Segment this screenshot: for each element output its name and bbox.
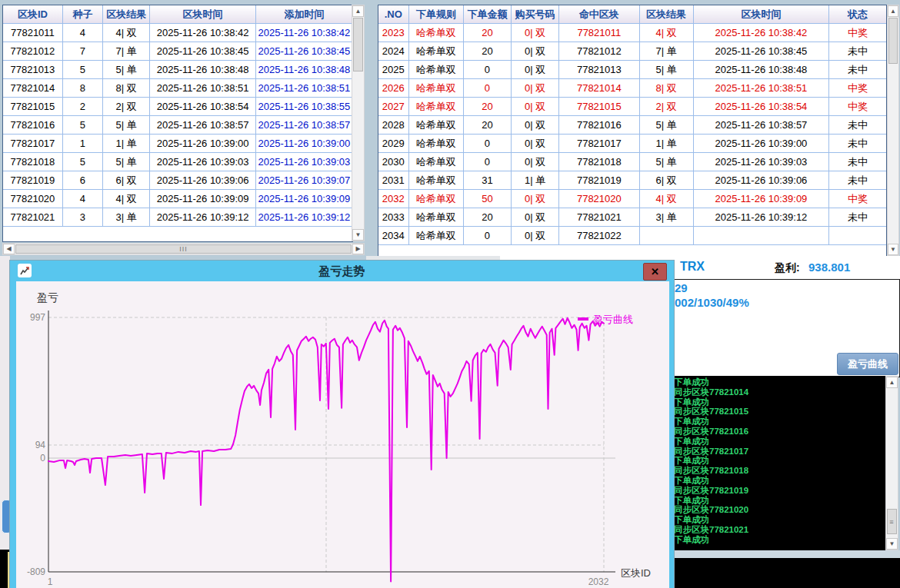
table-cell: 2025-11-26 10:38:45	[255, 42, 352, 61]
scrollbar-thumb[interactable]: ≡	[887, 509, 897, 534]
col-header-block-time[interactable]: 区块时间	[693, 5, 829, 24]
col-header-buy-number[interactable]: 购买号码	[512, 5, 559, 24]
table-cell	[829, 227, 886, 245]
table-row[interactable]: 7782101522| 双2025-11-26 10:38:542025-11-…	[3, 98, 352, 116]
col-header-block-id[interactable]: 区块ID	[3, 5, 62, 24]
table-cell: 0	[463, 227, 511, 245]
close-button[interactable]: ✕	[643, 263, 667, 281]
table-row[interactable]: 7782101277| 单2025-11-26 10:38:452025-11-…	[3, 42, 352, 61]
table-row[interactable]: 2026哈希单双00| 双778210148| 双2025-11-26 10:3…	[378, 79, 886, 98]
col-header-hit-block[interactable]: 命中区块	[559, 5, 639, 24]
table-cell: 2025-11-26 10:38:42	[693, 24, 829, 42]
table-row[interactable]: 2033哈希单双200| 双778210213| 单2025-11-26 10:…	[378, 208, 886, 227]
table-cell: 6	[62, 171, 102, 190]
orders-table-vscrollbar[interactable]: ▲ ▼	[887, 5, 899, 256]
table-cell: 2025-11-26 10:39:03	[150, 153, 256, 171]
scroll-down-icon[interactable]: ▼	[888, 244, 898, 255]
table-row[interactable]: 7782101355| 单2025-11-26 10:38:482025-11-…	[3, 61, 352, 79]
table-cell: 0| 双	[512, 208, 559, 227]
scrollbar-thumb[interactable]: III	[15, 244, 352, 254]
table-row[interactable]: 7782101144| 双2025-11-26 10:38:422025-11-…	[3, 24, 352, 42]
table-cell: 未中	[829, 153, 886, 171]
table-cell: 哈希单双	[408, 153, 463, 171]
profit-curve-button[interactable]: 盈亏曲线	[837, 353, 898, 375]
table-cell: 哈希单双	[408, 79, 463, 98]
table-row[interactable]: 2029哈希单双00| 双778210171| 单2025-11-26 10:3…	[378, 135, 886, 153]
table-cell: 中奖	[829, 24, 886, 42]
table-cell: 1| 单	[103, 135, 150, 153]
table-cell: 哈希单双	[408, 171, 463, 190]
table-cell: 0	[463, 153, 511, 171]
blocks-table-vscrollbar[interactable]: ▲ ▼	[352, 5, 365, 241]
table-row[interactable]: 2028哈希单双200| 双778210165| 单2025-11-26 10:…	[378, 116, 886, 135]
table-row[interactable]: 7782102044| 双2025-11-26 10:39:092025-11-…	[3, 190, 352, 208]
table-cell: 2025-11-26 10:39:06	[150, 171, 256, 190]
col-header-block-result[interactable]: 区块结果	[639, 5, 693, 24]
table-cell: 77821015	[559, 98, 639, 116]
scroll-up-icon[interactable]: ▲	[888, 5, 898, 17]
table-cell: 7| 单	[103, 42, 150, 61]
table-row[interactable]: 7782101855| 单2025-11-26 10:39:032025-11-…	[3, 153, 352, 171]
col-header-add-time[interactable]: 添加时间	[255, 5, 352, 24]
table-cell: 2025-11-26 10:38:54	[693, 98, 829, 116]
table-cell: 2025-11-26 10:38:48	[150, 61, 256, 79]
table-cell: 2025-11-26 10:39:00	[150, 135, 256, 153]
table-cell: 2025-11-26 10:39:09	[150, 190, 256, 208]
col-header-rule[interactable]: 下单规则	[408, 5, 463, 24]
table-row[interactable]: 7782101966| 双2025-11-26 10:39:062025-11-…	[3, 171, 352, 190]
col-header-amount[interactable]: 下单金额	[463, 5, 511, 24]
table-row[interactable]: 7782102133| 单2025-11-26 10:39:122025-11-…	[3, 208, 352, 227]
table-cell: 5	[62, 153, 102, 171]
table-row[interactable]: 2027哈希单双200| 双778210152| 双2025-11-26 10:…	[378, 98, 886, 116]
table-row[interactable]: 2032哈希单双500| 双778210204| 双2025-11-26 10:…	[378, 190, 886, 208]
table-cell: 0| 双	[512, 79, 559, 98]
scroll-down-icon[interactable]: ▼	[886, 538, 898, 550]
scroll-right-icon[interactable]: ▶	[352, 244, 364, 254]
table-row[interactable]: 2030哈希单双00| 双778210185| 单2025-11-26 10:3…	[378, 153, 886, 171]
orders-table-panel: .NO 下单规则 下单金额 购买号码 命中区块 区块结果 区块时间 状态 202…	[378, 5, 887, 257]
table-header-row: 区块ID 种子 区块结果 区块时间 添加时间	[3, 5, 352, 24]
table-cell: 3	[62, 208, 102, 227]
y-tick-94: 94	[35, 440, 46, 450]
table-row[interactable]: 2031哈希单双311| 单778210196| 双2025-11-26 10:…	[378, 171, 886, 190]
profit-line-chart: 盈亏 997 94 0 -809 1 2032 区块ID 盈亏曲线	[16, 281, 669, 588]
table-cell: 20	[463, 42, 511, 61]
scroll-left-icon[interactable]: ◀	[3, 244, 15, 254]
scrollbar-thumb[interactable]	[888, 18, 898, 64]
table-cell: 5| 单	[639, 153, 693, 171]
col-header-no[interactable]: .NO	[378, 5, 408, 24]
table-row[interactable]: 2025哈希单双00| 双778210135| 单2025-11-26 10:3…	[378, 61, 886, 79]
table-cell: 2025-11-26 10:38:48	[255, 61, 352, 79]
table-cell: 2025-11-26 10:39:12	[693, 208, 829, 227]
table-cell: 未中	[829, 135, 886, 153]
table-cell: 77821019	[3, 171, 62, 190]
table-cell: 2025-11-26 10:38:42	[150, 24, 256, 42]
y-tick-997: 997	[30, 312, 45, 323]
col-header-seed[interactable]: 种子	[62, 5, 102, 24]
console-vscrollbar[interactable]: ▲ ≡ ▼	[885, 376, 898, 550]
table-cell: 哈希单双	[408, 135, 463, 153]
table-row[interactable]: 7782101711| 单2025-11-26 10:39:002025-11-…	[3, 135, 352, 153]
col-header-block-time[interactable]: 区块时间	[150, 5, 256, 24]
table-cell: 2031	[378, 171, 408, 190]
scrollbar-thumb[interactable]	[353, 18, 363, 71]
y-tick-neg809: -809	[27, 566, 45, 577]
col-header-status[interactable]: 状态	[829, 5, 886, 24]
table-cell: 2025-11-26 10:38:51	[255, 79, 352, 98]
table-row[interactable]: 2034哈希单双00| 双77821022	[378, 227, 886, 245]
table-row[interactable]: 2023哈希单双200| 双778210114| 双2025-11-26 10:…	[378, 24, 886, 42]
scroll-up-icon[interactable]: ▲	[886, 377, 898, 388]
profit-trend-dialog: 盈亏走势 ✕ 盈亏 997 94 0 -809 1 2032 区块ID	[10, 261, 674, 588]
blocks-table-hscrollbar[interactable]: ◀ III ▶	[2, 243, 365, 255]
dialog-title: 盈亏走势	[10, 264, 674, 279]
table-cell: 2025-11-26 10:39:03	[255, 153, 352, 171]
table-row[interactable]: 7782101488| 双2025-11-26 10:38:512025-11-…	[3, 79, 352, 98]
scroll-up-icon[interactable]: ▲	[352, 5, 364, 17]
table-cell: 77821014	[3, 79, 62, 98]
table-cell: 2	[62, 98, 102, 116]
table-row[interactable]: 2024哈希单双200| 双778210127| 单2025-11-26 10:…	[378, 42, 886, 61]
col-header-block-result[interactable]: 区块结果	[103, 5, 150, 24]
dialog-titlebar[interactable]: 盈亏走势 ✕	[10, 261, 674, 281]
scroll-down-icon[interactable]: ▼	[352, 229, 364, 241]
table-row[interactable]: 7782101655| 单2025-11-26 10:38:572025-11-…	[3, 116, 352, 135]
